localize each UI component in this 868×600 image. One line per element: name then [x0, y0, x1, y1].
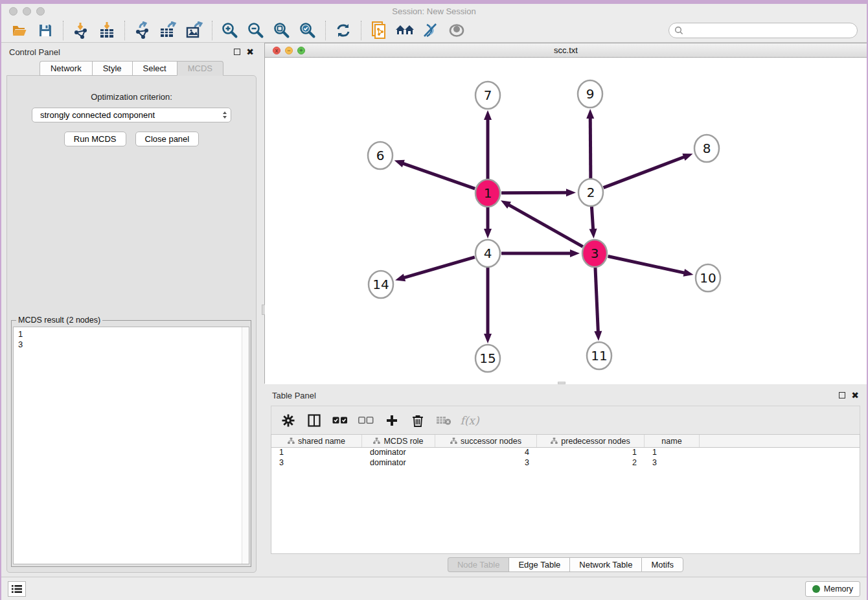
search-input-box[interactable] [668, 23, 858, 38]
edge-2-8[interactable] [604, 157, 685, 188]
table-cell[interactable]: 3 [435, 458, 537, 468]
show-eye-icon[interactable] [444, 19, 470, 41]
table-tab-node-table[interactable]: Node Table [448, 557, 509, 572]
column-header-successor-nodes[interactable]: successor nodes [435, 435, 537, 447]
table-row[interactable]: 3dominator323 [271, 458, 860, 468]
result-scrollbar-track[interactable] [242, 327, 249, 564]
edge-arrowhead [395, 274, 405, 282]
function-builder-icon[interactable]: f(x) [462, 413, 477, 428]
control-panel: Control Panel ✖ NetworkStyleSelectMCDS O… [1, 43, 262, 577]
mcds-tab-panel: Optimization criterion: strongly connect… [6, 75, 257, 573]
criterion-select[interactable]: strongly connected component [32, 108, 231, 122]
control-tab-network[interactable]: Network [40, 61, 92, 76]
control-tab-style[interactable]: Style [92, 61, 132, 76]
edge-2-3[interactable] [591, 206, 593, 230]
column-header-MCDS-role[interactable]: MCDS role [362, 435, 435, 447]
table-cell[interactable]: 1 [645, 448, 700, 458]
graph-node-label: 10 [700, 270, 716, 286]
hide-eye-icon[interactable] [418, 19, 444, 41]
delete-trash-icon[interactable] [410, 413, 426, 428]
mcds-result-groupbox: MCDS result (2 nodes) 13 [11, 320, 251, 567]
optimization-criterion-label: Optimization criterion: [7, 92, 256, 102]
save-icon[interactable] [32, 19, 58, 41]
criterion-select-value: strongly connected component [40, 110, 155, 120]
table-tab-network-table[interactable]: Network Table [569, 557, 641, 572]
zoom-fit-icon[interactable] [269, 19, 295, 41]
refresh-icon[interactable] [330, 19, 356, 41]
table-cell[interactable]: 2 [537, 458, 645, 468]
control-panel-tabs: NetworkStyleSelectMCDS [1, 61, 262, 76]
table-cell[interactable]: 3 [645, 458, 700, 468]
import-network-icon[interactable] [68, 19, 94, 41]
column-header-shared-name[interactable]: shared name [271, 435, 362, 447]
memory-status-icon [812, 585, 820, 593]
column-header-predecessor-nodes[interactable]: predecessor nodes [537, 435, 645, 447]
table-cell[interactable]: dominator [362, 448, 435, 458]
edge-3-11[interactable] [595, 267, 598, 332]
edge-4-14[interactable] [404, 257, 475, 278]
show-columns-icon[interactable] [306, 413, 322, 428]
column-header-label: shared name [298, 437, 345, 446]
home-icon[interactable] [392, 19, 418, 41]
table-tab-motifs[interactable]: Motifs [641, 557, 683, 572]
open-folder-icon[interactable] [6, 19, 32, 41]
close-panel-button[interactable]: Close panel [135, 132, 200, 146]
control-tab-select[interactable]: Select [132, 61, 177, 76]
run-mcds-button[interactable]: Run MCDS [64, 132, 126, 146]
panel-splitter[interactable] [262, 43, 264, 577]
float-table-panel-icon[interactable] [839, 392, 845, 398]
select-stepper-icon [223, 111, 227, 119]
edge-1-2[interactable] [501, 192, 567, 193]
zoom-selected-icon[interactable] [295, 19, 321, 41]
table-row[interactable]: 1dominator411 [271, 448, 860, 458]
table-cell[interactable]: dominator [362, 458, 435, 468]
toolbar-separator [361, 21, 361, 40]
search-area [668, 23, 858, 38]
edge-1-6[interactable] [402, 163, 475, 189]
network-canvas[interactable]: 7968124314101511 [265, 58, 867, 384]
search-input[interactable] [687, 26, 852, 35]
canvas-splitter-grabber[interactable] [558, 382, 565, 384]
float-panel-icon[interactable] [234, 49, 240, 55]
zoom-in-icon[interactable] [217, 19, 243, 41]
control-tab-mcds[interactable]: MCDS [177, 61, 223, 76]
table-tab-edge-table[interactable]: Edge Table [508, 557, 569, 572]
table-cell[interactable]: 4 [435, 448, 537, 458]
export-network-icon[interactable] [130, 19, 155, 41]
task-history-button[interactable] [8, 581, 26, 597]
edge-arrowhead [501, 200, 511, 209]
add-column-icon[interactable] [384, 413, 400, 428]
import-table-icon[interactable] [94, 19, 120, 41]
graph-node-label: 1 [484, 185, 492, 201]
edge-2-9[interactable] [590, 117, 591, 179]
edge-3-10[interactable] [608, 256, 685, 273]
table-cell[interactable]: 1 [271, 448, 362, 458]
graph-node-label: 9 [586, 86, 595, 102]
close-table-panel-icon[interactable]: ✖ [851, 392, 859, 398]
table-header-row: shared nameMCDS rolesuccessor nodesprede… [271, 435, 860, 448]
deselect-all-icon[interactable] [358, 413, 374, 428]
table-toolbar: f(x) [271, 406, 860, 434]
export-table-icon[interactable] [155, 19, 181, 41]
export-image-icon[interactable] [181, 19, 207, 41]
delete-table-icon[interactable] [436, 413, 451, 428]
edge-arrowhead [682, 154, 692, 161]
mcds-result-list[interactable]: 13 [13, 327, 249, 564]
titlebar: Session: New Session [1, 4, 867, 18]
table-settings-gear-icon[interactable] [280, 413, 296, 428]
graph-node-label: 2 [587, 185, 595, 200]
zoom-out-icon[interactable] [243, 19, 269, 41]
network-graph[interactable]: 7968124314101511 [265, 58, 867, 382]
network-document-icon[interactable] [366, 19, 392, 41]
edge-arrowhead [566, 189, 576, 196]
toolbar-separator [325, 21, 326, 40]
edge-3-1[interactable] [508, 205, 582, 247]
close-panel-icon[interactable]: ✖ [246, 49, 254, 55]
select-all-icon[interactable] [332, 413, 348, 428]
column-header-name[interactable]: name [645, 435, 700, 447]
graph-node-label: 7 [484, 87, 492, 103]
status-bar: Memory [1, 577, 867, 600]
memory-button[interactable]: Memory [805, 581, 860, 597]
table-cell[interactable]: 1 [537, 448, 645, 458]
table-cell[interactable]: 3 [271, 458, 362, 468]
